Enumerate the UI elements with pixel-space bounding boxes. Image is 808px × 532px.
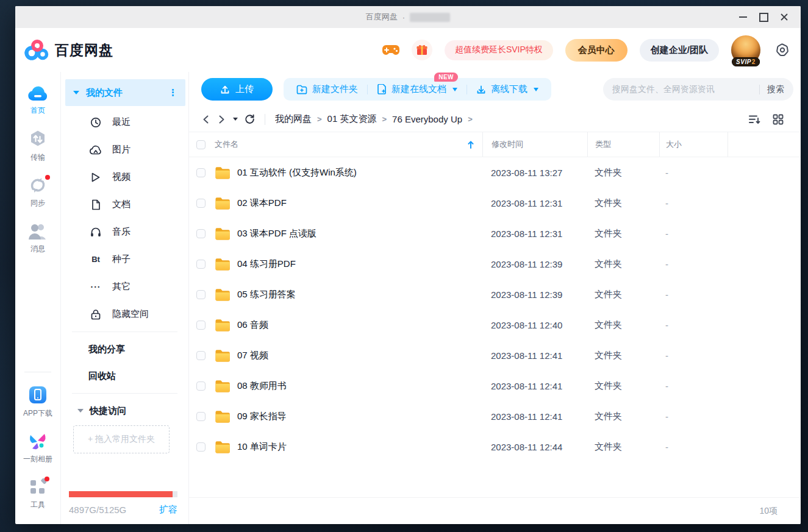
file-name[interactable]: 01 互动软件 (仅支持Win系统) [237, 167, 357, 179]
column-header-type[interactable]: 类型 [587, 132, 659, 157]
table-row[interactable]: 04 练习册PDF 2023-08-11 12:39 文件夹 - [189, 249, 801, 279]
rail-item-tools[interactable]: 工具 [29, 478, 46, 510]
storage-usage-text: 4897G/5125G [69, 505, 126, 515]
row-checkbox[interactable] [196, 290, 206, 299]
app-header: 百度网盘 超值续费延长SVIP特权 [15, 28, 801, 72]
minimize-button[interactable] [732, 6, 753, 28]
headphones-icon [90, 227, 102, 237]
table-row[interactable]: 03 课本PDF 点读版 2023-08-11 12:31 文件夹 - [189, 218, 801, 249]
nav-my-files[interactable]: 我的文件 ⋮ [65, 79, 185, 106]
maximize-icon [759, 13, 768, 22]
rail-item-home[interactable]: 首页 [27, 85, 48, 116]
row-checkbox[interactable] [196, 442, 206, 452]
new-online-doc-button[interactable]: NEW 新建在线文档 [368, 78, 467, 101]
expand-storage-link[interactable]: 扩容 [159, 504, 177, 516]
grid-view-button[interactable] [773, 114, 784, 125]
nav-item-music[interactable]: 音乐 [61, 218, 188, 246]
breadcrumb-item-1[interactable]: 01 英文资源 [327, 113, 377, 125]
table-row[interactable]: 08 教师用书 2023-08-11 12:41 文件夹 - [189, 371, 801, 401]
nav-item-documents[interactable]: 文档 [61, 191, 188, 218]
select-all-checkbox[interactable] [196, 140, 206, 149]
column-header-name[interactable]: 文件名 [215, 132, 482, 157]
create-team-button[interactable]: 创建企业/团队 [640, 39, 719, 62]
back-button[interactable] [201, 115, 211, 124]
file-name[interactable]: 08 教师用书 [237, 380, 287, 392]
nav-item-pictures[interactable]: 图片 [61, 136, 188, 163]
svip-promo-banner[interactable]: 超值续费延长SVIP特权 [445, 40, 553, 60]
row-checkbox[interactable] [196, 199, 206, 208]
file-name[interactable]: 09 家长指导 [237, 411, 287, 422]
app-logo: 百度网盘 [24, 39, 113, 61]
rail-item-sync[interactable]: 同步 [29, 177, 47, 208]
drop-folder-hint: + 拖入常用文件夹 [88, 434, 155, 445]
file-name[interactable]: 10 单词卡片 [237, 441, 287, 453]
nav-item-quick-access[interactable]: 快捷访问 [61, 397, 188, 424]
close-button[interactable] [774, 6, 795, 28]
rail-label-sync: 同步 [30, 198, 45, 208]
file-name[interactable]: 03 课本PDF 点读版 [237, 228, 316, 239]
lock-icon [90, 309, 102, 320]
row-checkbox[interactable] [196, 351, 206, 360]
file-type: 文件夹 [587, 167, 659, 179]
minimize-icon [739, 16, 747, 18]
rail-item-messages[interactable]: 消息 [28, 222, 48, 254]
table-row[interactable]: 09 家长指导 2023-08-11 12:41 文件夹 - [189, 401, 801, 431]
nav-item-other[interactable]: ··· 其它 [61, 273, 188, 300]
breadcrumb-item-2[interactable]: 76 Everybody Up [392, 114, 462, 124]
offline-download-button[interactable]: 离线下载 [467, 78, 548, 101]
breadcrumb-item-root[interactable]: 我的网盘 [275, 113, 312, 125]
maximize-button[interactable] [753, 6, 774, 28]
file-name[interactable]: 02 课本PDF [237, 197, 287, 209]
table-row[interactable]: 01 互动软件 (仅支持Win系统) 2023-08-11 13:27 文件夹 … [189, 157, 801, 188]
nav-item-recent[interactable]: 最近 [61, 108, 188, 136]
nav-label-other: 其它 [112, 281, 130, 293]
table-row[interactable]: 07 视频 2023-08-11 12:41 文件夹 - [189, 340, 801, 371]
nav-item-my-shares[interactable]: 我的分享 [61, 336, 188, 363]
nav-item-videos[interactable]: 视频 [61, 163, 188, 191]
column-header-size[interactable]: 大小 [659, 132, 728, 157]
new-folder-button[interactable]: 新建文件夹 [287, 78, 367, 101]
create-team-label: 创建企业/团队 [651, 44, 708, 56]
search-box[interactable]: 搜网盘文件、全网资源资讯 搜索 [603, 78, 793, 101]
history-dropdown-icon[interactable] [233, 118, 238, 121]
nav-item-bt[interactable]: Bt 种子 [61, 246, 188, 273]
more-menu-icon[interactable]: ⋮ [168, 90, 177, 95]
rail-item-transfer[interactable]: 传输 [29, 130, 47, 163]
nav-item-hidden-space[interactable]: 隐藏空间 [61, 300, 188, 328]
games-button[interactable] [382, 44, 399, 56]
row-checkbox[interactable] [196, 381, 206, 391]
vip-center-button[interactable]: 会员中心 [565, 39, 627, 62]
sort-button[interactable] [748, 114, 760, 125]
user-account[interactable]: SVIP2 [731, 35, 760, 65]
table-row[interactable]: 10 单词卡片 2023-08-11 12:44 文件夹 - [189, 431, 801, 462]
settings-button[interactable] [775, 43, 790, 57]
file-name[interactable]: 06 音频 [237, 319, 268, 331]
table-row[interactable]: 02 课本PDF 2023-08-11 12:31 文件夹 - [189, 188, 801, 218]
row-checkbox[interactable] [196, 412, 206, 421]
rail-label-tools: 工具 [30, 500, 45, 510]
refresh-button[interactable] [245, 114, 255, 124]
row-checkbox[interactable] [196, 260, 206, 269]
column-header-time[interactable]: 修改时间 [482, 132, 587, 157]
rail-label-messages: 消息 [30, 244, 45, 254]
rail-item-moment-album[interactable]: 一刻相册 [23, 433, 52, 464]
rail-item-app-download[interactable]: APP下载 [23, 386, 52, 419]
forward-button[interactable] [216, 115, 226, 124]
row-checkbox[interactable] [196, 321, 206, 330]
search-button[interactable]: 搜索 [767, 84, 784, 95]
file-name[interactable]: 07 视频 [237, 350, 268, 361]
file-name[interactable]: 04 练习册PDF [237, 258, 296, 270]
drop-folder-zone[interactable]: + 拖入常用文件夹 [73, 425, 170, 453]
collapse-triangle-icon [73, 91, 79, 94]
table-row[interactable]: 06 音频 2023-08-11 12:40 文件夹 - [189, 310, 801, 340]
column-type-label: 类型 [595, 139, 611, 150]
table-row[interactable]: 05 练习册答案 2023-08-11 12:39 文件夹 - [189, 279, 801, 310]
gift-button[interactable] [412, 40, 432, 60]
new-online-doc-label: 新建在线文档 [391, 83, 446, 95]
nav-item-recycle-bin[interactable]: 回收站 [61, 363, 188, 389]
file-name[interactable]: 05 练习册答案 [237, 289, 296, 300]
row-checkbox[interactable] [196, 229, 206, 238]
file-size: - [659, 198, 728, 208]
upload-button[interactable]: 上传 [201, 78, 273, 101]
row-checkbox[interactable] [196, 168, 206, 177]
